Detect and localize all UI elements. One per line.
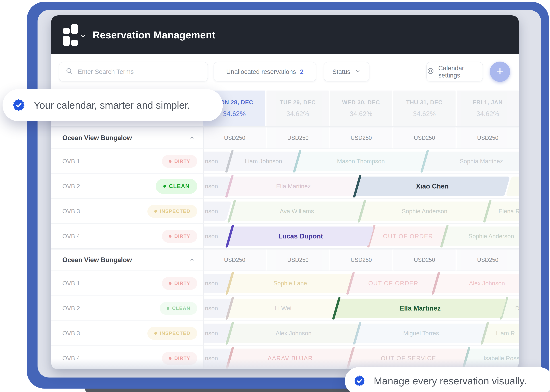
rate-cell[interactable]: USD250: [330, 250, 392, 271]
reservation-bar-tail[interactable]: nson: [203, 176, 228, 196]
room-row: OVB 3INSPECTEDnsonAva WilliamsSophie And…: [51, 198, 519, 224]
reservation-bar[interactable]: Lucas Dupont: [230, 226, 371, 246]
room-status-badge[interactable]: DIRTY: [162, 155, 197, 168]
reservation-bar[interactable]: OUT OF SERVICE: [351, 349, 466, 368]
rate-cell[interactable]: USD250: [203, 250, 266, 271]
guest-name: nson: [203, 176, 228, 196]
reservation-bar[interactable]: Mason Thompson: [297, 152, 424, 171]
reservation-bar[interactable]: Daniel Ga: [504, 299, 519, 318]
unallocated-reservations-button[interactable]: Unallocated reservations 2: [214, 62, 316, 82]
reservation-bar[interactable]: Sophie Anderson: [445, 226, 519, 246]
day-column-header[interactable]: WED 30, DEC34.62%: [330, 91, 392, 126]
room-code: OVB 3: [62, 208, 80, 215]
rate-cell[interactable]: USD250: [330, 127, 392, 148]
room-group-header[interactable]: Ocean View BungalowUSD250USD250USD250USD…: [51, 126, 519, 148]
status-label: INSPECTED: [160, 330, 190, 336]
rate-cell[interactable]: USD250: [393, 127, 456, 148]
guest-name: Daniel Ga: [504, 299, 519, 318]
room-status-badge[interactable]: DIRTY: [162, 230, 197, 243]
guest-name: Elena Ra: [488, 202, 519, 221]
guest-name: Sophie Anderson: [362, 202, 487, 221]
chevron-up-icon[interactable]: [189, 256, 195, 264]
reservation-bar-tail[interactable]: nson: [203, 202, 229, 221]
day-column-header[interactable]: TUE 29, DEC34.62%: [267, 91, 329, 126]
day-label: TUE 29, DEC: [280, 99, 316, 106]
room-status-badge[interactable]: INSPECTED: [147, 327, 197, 340]
rate-cell[interactable]: USD250: [203, 127, 266, 148]
reservation-bar-tail[interactable]: nson: [203, 273, 229, 293]
status-label: DIRTY: [174, 158, 190, 164]
room-row: OVB 2CLEANnsonLi WeiElla MartinezDaniel …: [51, 295, 519, 321]
reservation-bar-tail[interactable]: nson: [203, 152, 228, 171]
guest-name: Li Wei: [230, 299, 336, 318]
room-row-grid: nsonAlex JohnsonMiguel TorresLiam R: [203, 321, 519, 345]
status-dot-icon: [154, 210, 157, 213]
room-row-left: OVB 3INSPECTED: [51, 199, 203, 224]
room-code: OVB 1: [62, 280, 80, 287]
room-status-badge[interactable]: DIRTY: [162, 277, 197, 290]
calendar-settings-button[interactable]: Calendar settings: [426, 62, 483, 82]
reservation-bar[interactable]: OUT OF ORDER: [372, 226, 444, 246]
rate-cell[interactable]: USD250: [267, 250, 329, 271]
status-dot-icon: [169, 282, 172, 285]
reservation-bar[interactable]: Ella Martinez: [337, 299, 504, 318]
reservation-bar[interactable]: Sophie Lane: [230, 273, 350, 293]
reservation-bar[interactable]: Ella Martinez: [230, 176, 357, 196]
reservation-bar-tail[interactable]: nson: [203, 299, 229, 318]
reservation-bar-tail[interactable]: nson: [203, 226, 229, 246]
day-column-header[interactable]: THU 31, DEC34.62%: [393, 91, 455, 126]
app-menu-chevron-down-icon[interactable]: [80, 32, 87, 40]
reservation-bar[interactable]: Xiao Chen: [357, 176, 507, 196]
guest-name: nson: [203, 349, 229, 368]
rate-cell[interactable]: USD250: [457, 127, 519, 148]
guest-name: Liam R: [485, 323, 519, 343]
rate-cell[interactable]: USD250: [457, 250, 519, 271]
reservation-bar[interactable]: Miguel Torres: [357, 323, 485, 343]
guest-name: Ava Williams: [232, 202, 362, 221]
verified-check-badge-icon: [354, 375, 365, 387]
day-label: WED 30, DEC: [342, 99, 380, 106]
status-filter-dropdown[interactable]: Status: [324, 62, 369, 82]
room-status-badge[interactable]: DIRTY: [162, 352, 197, 365]
rate-cell[interactable]: USD250: [267, 127, 329, 148]
status-dot-icon: [169, 160, 172, 163]
status-label: DIRTY: [174, 280, 190, 286]
reservation-bar[interactable]: Sophia Martinez: [425, 152, 519, 171]
reservation-bar[interactable]: Sophie Anderson: [362, 202, 487, 221]
add-reservation-button[interactable]: +: [490, 62, 510, 82]
guest-name: OUT OF ORDER: [351, 273, 436, 293]
room-row-grid: nsonAARAV BUJAROUT OF SERVICEIsabelle Ro…: [203, 346, 519, 369]
guest-name: Lucas Dupont: [230, 226, 371, 246]
chevron-up-icon[interactable]: [189, 134, 195, 142]
reservation-bar[interactable]: om: [509, 176, 519, 196]
room-group-header[interactable]: Ocean View BungalowUSD250USD250USD250USD…: [51, 248, 519, 271]
status-dot-icon: [169, 357, 172, 360]
day-occupancy: 34.62%: [413, 110, 436, 118]
reservation-bar-tail[interactable]: nson: [203, 349, 229, 368]
reservation-bar[interactable]: OUT OF ORDER: [351, 273, 436, 293]
reservation-bar[interactable]: Alex Johnson: [230, 323, 357, 343]
guest-name: nson: [203, 202, 229, 221]
day-label: THU 31, DEC: [406, 99, 442, 106]
toolbar: Enter Search Terms Unallocated reservati…: [51, 54, 519, 89]
reservation-bar[interactable]: Li Wei: [230, 299, 336, 318]
reservation-bar-tail[interactable]: nson: [203, 323, 229, 343]
reservation-bar[interactable]: Alex Johnson: [436, 273, 519, 293]
room-status-badge[interactable]: CLEAN: [160, 302, 197, 315]
callout-top-left: Your calendar, smarter and simpler.: [3, 89, 223, 121]
room-status-badge[interactable]: CLEAN: [156, 179, 197, 194]
room-row-left: OVB 2CLEAN: [51, 296, 203, 321]
room-status-badge[interactable]: INSPECTED: [147, 205, 197, 218]
guest-name: nson: [203, 226, 229, 246]
reservation-bar[interactable]: AARAV BUJAR: [230, 349, 350, 368]
reservation-bar[interactable]: Isabelle Rossi: [466, 349, 519, 368]
reservation-bar[interactable]: Liam R: [485, 323, 519, 343]
rate-cell[interactable]: USD250: [393, 250, 456, 271]
search-input[interactable]: Enter Search Terms: [59, 62, 208, 82]
day-column-header[interactable]: FRI 1, JAN34.62%: [457, 91, 519, 126]
reservation-bar[interactable]: Elena Ra: [488, 202, 519, 221]
status-dot-icon: [166, 307, 169, 310]
room-row: OVB 1DIRTYnsonLiam JohnsonMason Thompson…: [51, 148, 519, 174]
reservation-bar[interactable]: Liam Johnson: [230, 152, 297, 171]
reservation-bar[interactable]: Ava Williams: [232, 202, 362, 221]
